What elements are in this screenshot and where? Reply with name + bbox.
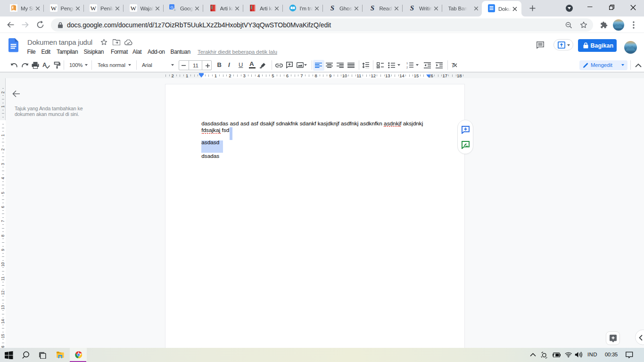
svg-text:W: W (50, 5, 57, 12)
svg-text:2: 2 (406, 66, 408, 69)
svg-text:W: W (130, 5, 136, 12)
svg-text:S: S (330, 4, 334, 12)
svg-text:S: S (370, 4, 374, 12)
svg-text:G: G (170, 5, 173, 9)
svg-text:1: 1 (406, 62, 408, 65)
svg-text:A: A (42, 62, 47, 68)
svg-text:x: x (174, 8, 175, 11)
svg-text:W: W (91, 5, 97, 12)
svg-text:S: S (410, 4, 414, 12)
